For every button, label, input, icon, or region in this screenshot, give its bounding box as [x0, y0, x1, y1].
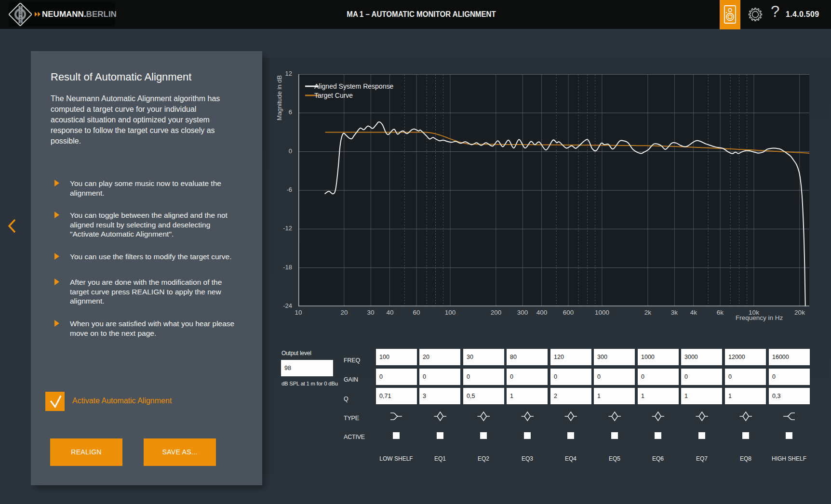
svg-text:NEUMANN: NEUMANN — [20, 5, 22, 24]
